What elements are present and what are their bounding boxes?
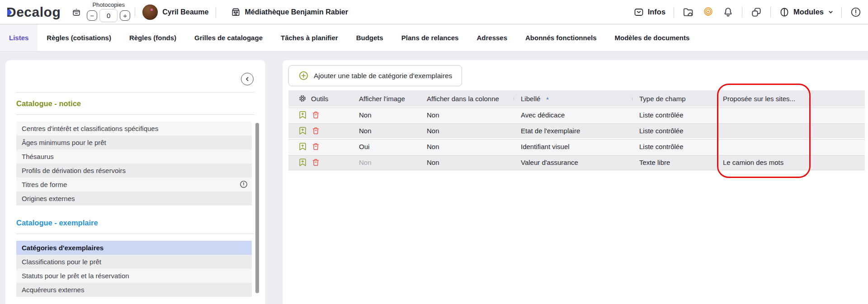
photocopies-plus-button[interactable]: + [120,10,130,21]
cell-afficher-image: Non [352,127,420,135]
sidebar-item-classifications-pret[interactable]: Classifications pour le prêt [16,255,252,269]
duplicates-layers-icon[interactable] [750,6,762,18]
section-title-catalogue-exemplaire: Catalogue - exemplaire [16,212,255,234]
tab-plans-relances[interactable]: Plans de relances [392,24,468,51]
brand-text: Decalog [6,5,61,19]
modules-menu-button[interactable]: Modules [779,7,833,18]
cell-libelle: Avec dédicace [514,111,632,119]
modules-cube-icon [779,7,790,18]
sidebar-item-ages-minimums[interactable]: Âges minimums pour le prêt [16,136,252,150]
table-row[interactable]: Oui Non Identifiant visuel Liste contrôl… [288,138,865,154]
sidebar-item-categories-exemplaires[interactable]: Catégories d'exemplaires [16,241,252,255]
user-name: Cyril Beaume [162,8,208,16]
bell-icon[interactable] [722,6,734,18]
decalog-logo[interactable]: Decalog [6,5,61,19]
column-label: Libellé [521,95,540,103]
tab-regles-fonds[interactable]: Règles (fonds) [120,24,185,51]
photocopier-icon [71,7,81,17]
bookmark-add-icon[interactable] [298,126,307,136]
user-avatar[interactable] [142,5,158,20]
sort-ascending-icon: ▲ [545,96,549,100]
cell-afficher-colonne: Non [420,127,514,135]
sidebar-item-acquereurs-externes[interactable]: Acquéreurs externes [16,283,252,297]
trash-icon[interactable] [311,126,321,136]
sidebar-item-titres-de-forme[interactable]: Titres de forme [16,178,252,192]
photocopies-minus-button[interactable]: − [87,10,97,21]
cell-libelle: Etat de l'exemplaire [514,127,632,135]
sidebar-scrollbar[interactable] [255,123,259,293]
bookmark-add-icon[interactable] [298,142,307,151]
column-header-afficher-image[interactable]: Afficher l'image [352,95,420,103]
sidebar-item-profils-derivation[interactable]: Profils de dérivation des réservoirs [16,164,252,178]
tab-adresses[interactable]: Adresses [467,24,516,51]
column-header-type-champ[interactable]: Type de champ [632,95,716,103]
column-label: Outils [311,95,328,103]
table-row[interactable]: Non Non Avec dédicace Liste contrôlée [288,107,865,122]
folder-cloud-icon[interactable] [682,6,694,18]
modules-label: Modules [793,8,824,16]
cell-afficher-image: Non [352,111,420,119]
header-divider [216,7,216,18]
tab-taches-planifier[interactable]: Tâches à planifier [272,24,347,51]
header-divider [742,7,742,18]
plus-circle-icon [298,70,309,81]
sidebar-item-origines-externes[interactable]: Origines externes [16,192,252,206]
header-divider [841,7,842,18]
column-header-proposee-sites[interactable]: Proposée sur les sites... [716,95,815,103]
lists-sidebar: Catalogue - notice Centres d'intérêt et … [5,60,265,304]
cell-type-champ: Liste contrôlée [632,143,716,150]
gear-icon [298,94,307,103]
cell-afficher-image: Oui [352,143,420,150]
header-divider [674,7,674,18]
site-name: Médiathèque Benjamin Rabier [245,8,348,16]
table-row[interactable]: Non Non Etat de l'exemplaire Liste contr… [288,122,865,138]
table-row[interactable]: Non Non Valeur d'assurance Texte libre L… [288,154,865,170]
infos-label: Infos [648,8,665,16]
table-body: Non Non Avec dédicace Liste contrôlée [288,107,865,170]
page-content: Catalogue - notice Centres d'intérêt et … [0,51,868,304]
add-button-label: Ajouter une table de catégorie d'exempla… [314,72,452,80]
bookmark-add-icon[interactable] [298,110,307,120]
cell-afficher-colonne: Non [420,159,514,166]
tab-grilles-catalogage[interactable]: Grilles de catalogage [185,24,272,51]
sidebar-divider [16,234,255,234]
help-info-icon[interactable] [850,6,862,18]
cell-afficher-colonne: Non [420,143,514,150]
tab-listes[interactable]: Listes [0,24,38,51]
trash-icon[interactable] [311,158,321,167]
trash-icon[interactable] [311,110,321,120]
photocopies-count-input[interactable]: 0 [99,9,118,22]
catalogue-exemplaire-list: Catégories d'exemplaires Classifications… [16,241,255,297]
add-category-table-button[interactable]: Ajouter une table de catégorie d'exempla… [288,65,462,86]
trash-icon[interactable] [311,142,321,151]
cell-libelle: Identifiant visuel [514,143,632,150]
catalogue-notice-list: Centres d'intérêt et classifications spé… [16,122,255,206]
warning-info-icon [239,180,248,189]
broadcast-notification-icon[interactable] [702,6,714,18]
cell-afficher-colonne: Non [420,111,514,119]
tab-regles-cotisations[interactable]: Règles (cotisations) [38,24,120,51]
header-divider [770,7,771,18]
sidebar-item-thesaurus[interactable]: Thésaurus [16,150,252,164]
tab-modeles-documents[interactable]: Modèles de documents [606,24,699,51]
sidebar-item-statuts-pret-reservation[interactable]: Statuts pour le prêt et la réservation [16,269,252,283]
bookmark-add-icon[interactable] [298,158,307,167]
sidebar-divider [16,114,255,115]
column-header-libelle[interactable]: Libellé ▲ [514,95,632,103]
tab-abonnes-fonctionnels[interactable]: Abonnés fonctionnels [516,24,606,51]
infos-button[interactable]: Infos [633,7,665,18]
column-header-outils[interactable]: Outils [288,94,352,103]
tab-budgets[interactable]: Budgets [347,24,392,51]
cell-libelle: Valeur d'assurance [514,159,632,166]
header-divider [135,8,135,17]
photocopies-label: Photocopies [92,2,125,8]
mail-icon [633,7,644,18]
table-header-row: Outils Afficher l'image Afficher dans la… [288,90,865,107]
cell-type-champ: Texte libre [632,159,716,166]
collapse-sidebar-button[interactable] [241,73,254,85]
sidebar-item-centres-interet[interactable]: Centres d'intérêt et classifications spé… [16,122,252,136]
column-header-afficher-colonne[interactable]: Afficher dans la colonne [420,95,514,103]
current-site[interactable]: Médiathèque Benjamin Rabier [231,7,348,17]
cell-afficher-image: Non [352,159,420,166]
categories-table: Outils Afficher l'image Afficher dans la… [288,90,865,170]
